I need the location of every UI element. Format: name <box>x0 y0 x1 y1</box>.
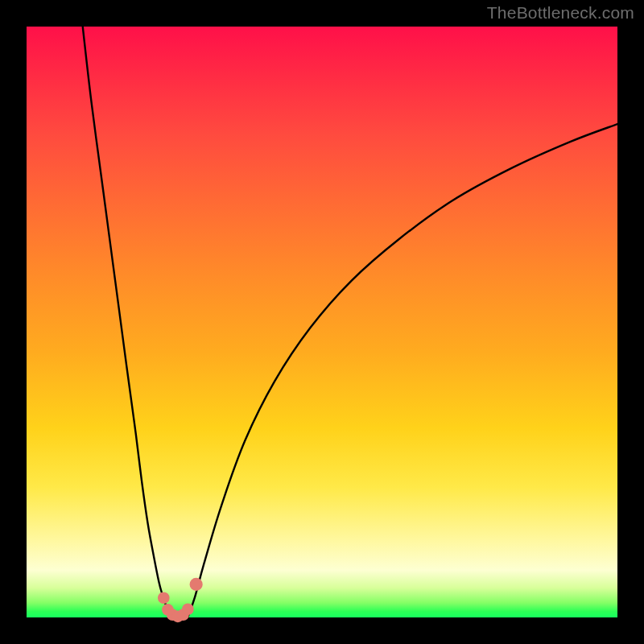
marker-group <box>158 578 203 622</box>
outer-frame: TheBottleneck.com <box>0 0 644 644</box>
valley-marker <box>190 578 203 591</box>
curve-group <box>83 27 617 617</box>
valley-marker <box>182 603 194 615</box>
valley-marker <box>158 592 170 604</box>
watermark-text: TheBottleneck.com <box>487 3 634 23</box>
bottleneck-curve <box>83 27 617 617</box>
chart-svg <box>27 27 617 617</box>
